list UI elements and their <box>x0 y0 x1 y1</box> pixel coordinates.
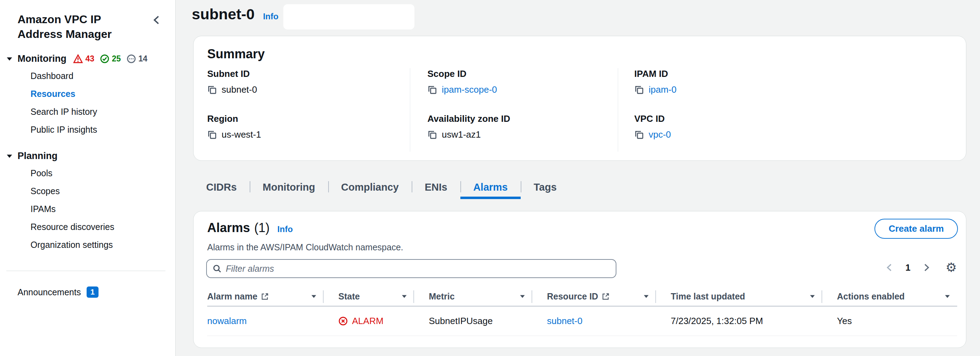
sidebar-divider <box>6 271 165 271</box>
caret-down-icon[interactable] <box>810 295 815 299</box>
sidebar-section-planning[interactable]: Planning <box>0 151 175 161</box>
tab-alarms[interactable]: Alarms <box>460 176 521 199</box>
cell-alarm-name: nowalarm <box>207 316 324 327</box>
announcements-label: Announcements <box>18 287 81 297</box>
copy-icon[interactable] <box>427 130 437 140</box>
table-row: nowalarm ALARM SubnetIPUsage subnet-0 7/… <box>207 307 957 336</box>
alarm-name-link[interactable]: nowalarm <box>207 316 247 326</box>
next-page-button[interactable] <box>922 263 931 272</box>
tab-compliancy[interactable]: Compliancy <box>328 176 412 199</box>
sidebar-item-announcements[interactable]: Announcements 1 <box>0 286 175 298</box>
page-number[interactable]: 1 <box>905 262 910 273</box>
section-label: Monitoring <box>18 53 66 64</box>
circle-x-icon <box>338 316 348 326</box>
sidebar: Amazon VPC IP Address Manager Monitoring… <box>0 0 176 356</box>
alarms-description: Alarms in the AWS/IPAM CloudWatch namesp… <box>207 242 403 252</box>
caret-down-icon[interactable] <box>643 295 649 299</box>
sidebar-item-public-ip-insights[interactable]: Public IP insights <box>0 121 175 139</box>
column-label: Time last updated <box>671 291 745 302</box>
resource-id-link[interactable]: subnet-0 <box>547 316 582 326</box>
announcements-badge: 1 <box>87 286 99 298</box>
cell-resource-id: subnet-0 <box>532 316 656 327</box>
column-header-actions-enabled: Actions enabled <box>822 287 957 306</box>
success-count: 25 <box>112 54 121 64</box>
caret-down-icon[interactable] <box>520 295 525 299</box>
external-link-icon <box>261 292 269 300</box>
chevron-left-icon <box>151 15 162 25</box>
sidebar-item-ipams[interactable]: IPAMs <box>0 200 175 218</box>
tab-tags[interactable]: Tags <box>521 176 570 199</box>
field-label: Subnet ID <box>207 69 257 79</box>
alarms-title-row: Alarms (1) Info <box>207 220 293 235</box>
column-header-alarm-name: Alarm name <box>207 287 324 306</box>
copy-icon[interactable] <box>634 130 644 140</box>
copy-icon[interactable] <box>427 85 437 95</box>
field-label: Scope ID <box>427 69 497 79</box>
field-scope-id: Scope ID ipam-scope-0 <box>427 69 497 95</box>
planning-nav-list: Pools Scopes IPAMs Resource discoveries … <box>0 164 175 254</box>
field-value-text: us-west-1 <box>221 129 261 140</box>
sidebar-item-pools[interactable]: Pools <box>0 164 175 182</box>
caret-down-icon[interactable] <box>945 295 950 299</box>
sidebar-item-organization-settings[interactable]: Organization settings <box>0 236 175 254</box>
app-title: Amazon VPC IP Address Manager <box>0 0 175 42</box>
ellipsis-circle-icon <box>127 54 136 64</box>
alarms-info-link[interactable]: Info <box>277 224 293 234</box>
vpc-id-link[interactable]: vpc-0 <box>649 129 671 140</box>
warning-counter: 43 <box>73 54 94 64</box>
caret-down-icon[interactable] <box>311 295 317 299</box>
field-label: Region <box>207 113 261 124</box>
sidebar-item-scopes[interactable]: Scopes <box>0 182 175 200</box>
tab-cidrs[interactable]: CIDRs <box>193 176 250 199</box>
page-info-link[interactable]: Info <box>263 11 278 21</box>
filter-alarms-input[interactable] <box>226 263 610 274</box>
column-header-metric: Metric <box>414 287 532 306</box>
column-label: Actions enabled <box>837 291 905 302</box>
field-label: Availability zone ID <box>427 113 510 124</box>
sidebar-collapse-button[interactable] <box>151 14 163 26</box>
cell-state: ALARM <box>324 316 414 327</box>
tab-enis[interactable]: ENIs <box>412 176 460 199</box>
cell-metric: SubnetIPUsage <box>414 316 532 327</box>
filter-alarms-box <box>206 259 616 278</box>
alarms-panel: Alarms (1) Info Alarms in the AWS/IPAM C… <box>193 211 966 348</box>
column-label: Alarm name <box>207 291 257 302</box>
field-ipam-id: IPAM ID ipam-0 <box>634 69 676 95</box>
sidebar-item-resource-discoveries[interactable]: Resource discoveries <box>0 218 175 236</box>
page-header: subnet-0 Info <box>192 6 278 23</box>
caret-down-icon <box>6 57 13 61</box>
column-label: Metric <box>429 291 455 302</box>
sidebar-item-resources[interactable]: Resources <box>0 85 175 103</box>
pending-count: 14 <box>138 54 148 64</box>
column-label: State <box>338 291 360 302</box>
field-label: IPAM ID <box>634 69 676 79</box>
sidebar-section-monitoring[interactable]: Monitoring 43 25 14 <box>0 53 175 64</box>
section-label: Planning <box>18 151 57 161</box>
field-vpc-id: VPC ID vpc-0 <box>634 113 671 140</box>
column-header-state: State <box>324 287 414 306</box>
field-region: Region us-west-1 <box>207 113 261 140</box>
cell-time-last-updated: 7/23/2025, 1:32:05 PM <box>656 316 822 327</box>
scope-id-link[interactable]: ipam-scope-0 <box>442 84 497 95</box>
caret-down-icon[interactable] <box>401 295 407 299</box>
main-content: subnet-0 Info Summary Subnet ID subnet-0… <box>176 0 980 356</box>
create-alarm-button[interactable]: Create alarm <box>875 219 958 239</box>
tab-monitoring[interactable]: Monitoring <box>250 176 328 199</box>
field-value-text: usw1-az1 <box>442 129 481 140</box>
table-header-row: Alarm name State Metri <box>207 287 957 307</box>
sidebar-item-search-ip-history[interactable]: Search IP history <box>0 103 175 121</box>
pagination: 1 ⚙ <box>885 261 957 274</box>
warning-triangle-icon <box>73 54 83 64</box>
previous-page-button[interactable] <box>885 263 894 272</box>
caret-down-icon <box>6 154 13 158</box>
ipam-id-link[interactable]: ipam-0 <box>649 84 676 95</box>
copy-icon[interactable] <box>207 130 217 140</box>
field-availability-zone-id: Availability zone ID usw1-az1 <box>427 113 510 140</box>
alarms-table: Alarm name State Metri <box>207 287 957 336</box>
sidebar-item-dashboard[interactable]: Dashboard <box>0 67 175 85</box>
copy-icon[interactable] <box>634 85 644 95</box>
gear-icon[interactable]: ⚙ <box>946 261 957 274</box>
copy-icon[interactable] <box>207 85 217 95</box>
column-divider <box>618 68 618 152</box>
field-subnet-id: Subnet ID subnet-0 <box>207 69 257 95</box>
